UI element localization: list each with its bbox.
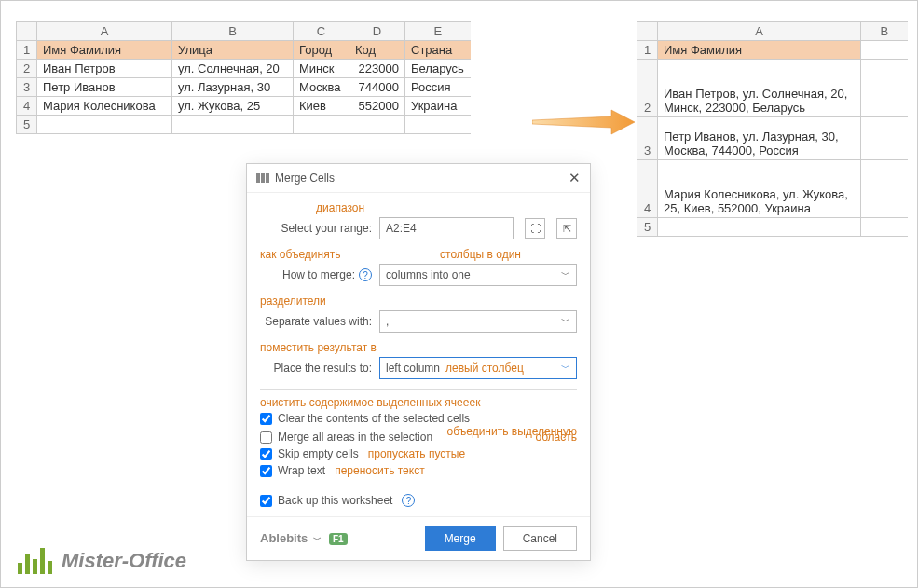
cell[interactable]: Город — [294, 41, 349, 60]
skip-empty-checkbox[interactable] — [260, 448, 272, 460]
help-icon[interactable]: ? — [359, 268, 372, 281]
source-spreadsheet: A B C D E 1 Имя Фамилия Улица Город Код … — [16, 21, 471, 134]
clear-contents-checkbox[interactable] — [260, 413, 272, 425]
ablebits-brand[interactable]: Ablebits ﹀ — [260, 531, 322, 546]
expand-range-icon[interactable]: ⇱ — [556, 218, 577, 239]
annotation: переносить текст — [335, 465, 425, 476]
row-header[interactable]: 2 — [637, 60, 658, 117]
backup-checkbox[interactable] — [260, 495, 272, 507]
row-header[interactable]: 4 — [17, 97, 37, 116]
cell[interactable] — [861, 117, 908, 160]
arrow-icon — [532, 108, 635, 136]
cell[interactable]: Имя Фамилия — [658, 41, 861, 60]
cell[interactable]: Москва — [294, 78, 349, 97]
cell[interactable] — [658, 218, 861, 237]
place-results-label: Place the results to: — [260, 362, 372, 375]
cell[interactable]: ул. Лазурная, 30 — [172, 78, 294, 97]
cell[interactable]: ул. Жукова, 25 — [172, 97, 294, 116]
f1-help-icon[interactable]: F1 — [329, 533, 348, 545]
cell[interactable]: 744000 — [349, 78, 405, 97]
annotation: как объединять — [260, 249, 340, 260]
cell[interactable] — [294, 116, 349, 134]
logo-bars-icon — [18, 548, 52, 574]
cell[interactable] — [37, 116, 172, 134]
annotation: диапазон — [316, 202, 577, 213]
row-header[interactable]: 3 — [17, 78, 37, 97]
cell[interactable] — [405, 116, 471, 134]
cell[interactable]: Страна — [405, 41, 471, 60]
mister-office-logo: Mister-Office — [18, 548, 186, 574]
cell[interactable]: Имя Фамилия — [37, 41, 172, 60]
cell[interactable] — [861, 160, 908, 218]
select-range-icon[interactable]: ⛶ — [525, 218, 545, 239]
svg-rect-1 — [256, 173, 260, 183]
cell[interactable]: 223000 — [349, 60, 405, 78]
annotation: очистить содержимое выделенных ячееек — [260, 397, 577, 408]
range-label: Select your range: — [260, 222, 372, 235]
merge-cells-dialog: Merge Cells ✕ диапазон Select your range… — [246, 163, 591, 561]
cell[interactable]: Петр Иванов — [37, 78, 172, 97]
clear-contents-label: Clear the contents of the selected cells — [278, 412, 470, 425]
place-results-select[interactable]: left columnлевый столбец ﹀ — [379, 357, 577, 379]
how-merge-select[interactable]: columns into one﹀ — [379, 264, 577, 286]
cell[interactable]: Петр Иванов, ул. Лазурная, 30, Москва, 7… — [658, 117, 861, 160]
cell[interactable] — [172, 116, 294, 134]
cell[interactable]: Киев — [294, 97, 349, 116]
range-input[interactable]: A2:E4 — [379, 217, 514, 239]
row-header[interactable]: 5 — [637, 218, 658, 237]
wrap-text-checkbox[interactable] — [260, 465, 272, 477]
row-header[interactable]: 4 — [637, 160, 658, 218]
row-header[interactable]: 5 — [17, 116, 37, 134]
annotation: область — [536, 431, 577, 443]
cell[interactable]: Улица — [172, 41, 294, 60]
merge-icon — [256, 171, 269, 185]
help-icon[interactable]: ? — [402, 494, 415, 507]
col-header[interactable]: B — [172, 22, 294, 41]
annotation: поместить результат в — [260, 342, 577, 353]
grid-corner — [17, 22, 37, 41]
svg-rect-3 — [266, 173, 269, 183]
cell[interactable]: Мария Колесникова, ул. Жукова, 25, Киев,… — [658, 160, 861, 218]
dialog-titlebar[interactable]: Merge Cells ✕ — [247, 164, 590, 193]
merge-areas-label: Merge all areas in the selection — [278, 431, 432, 444]
how-merge-label: How to merge:? — [260, 268, 372, 281]
backup-label: Back up this worksheet — [278, 494, 392, 507]
cell[interactable]: Иван Петров — [37, 60, 172, 78]
cell[interactable] — [861, 41, 908, 60]
svg-marker-0 — [532, 110, 635, 134]
col-header[interactable]: A — [37, 22, 172, 41]
separator-select[interactable]: ,﹀ — [379, 310, 577, 333]
col-header[interactable]: A — [658, 22, 861, 41]
col-header[interactable]: E — [405, 22, 471, 41]
cancel-button[interactable]: Cancel — [503, 526, 577, 551]
cell[interactable]: Беларусь — [405, 60, 471, 78]
row-header[interactable]: 1 — [637, 41, 658, 60]
svg-rect-2 — [261, 173, 265, 183]
cell[interactable]: Иван Петров, ул. Солнечная, 20, Минск, 2… — [658, 60, 861, 117]
cell[interactable]: Украина — [405, 97, 471, 116]
skip-empty-label: Skip empty cells — [278, 447, 359, 460]
close-icon[interactable]: ✕ — [569, 170, 581, 186]
annotation: столбцы в один — [440, 249, 521, 260]
row-header[interactable]: 3 — [637, 117, 658, 160]
cell[interactable] — [349, 116, 405, 134]
cell[interactable] — [861, 60, 908, 117]
cell[interactable]: Минск — [294, 60, 349, 78]
cell[interactable]: 552000 — [349, 97, 405, 116]
col-header[interactable]: B — [861, 22, 908, 41]
cell[interactable]: ул. Солнечная, 20 — [172, 60, 294, 78]
row-header[interactable]: 1 — [17, 41, 37, 60]
cell[interactable]: Россия — [405, 78, 471, 97]
logo-text: Mister-Office — [62, 549, 186, 573]
annotation: пропускать пустые — [368, 448, 465, 459]
grid-corner — [637, 22, 658, 41]
cell[interactable] — [861, 218, 908, 237]
wrap-text-label: Wrap text — [278, 464, 325, 477]
row-header[interactable]: 2 — [17, 60, 37, 78]
cell[interactable]: Мария Колесникова — [37, 97, 172, 116]
merge-areas-checkbox[interactable] — [260, 431, 272, 444]
col-header[interactable]: C — [294, 22, 349, 41]
merge-button[interactable]: Merge — [425, 526, 496, 551]
cell[interactable]: Код — [349, 41, 405, 60]
col-header[interactable]: D — [349, 22, 405, 41]
